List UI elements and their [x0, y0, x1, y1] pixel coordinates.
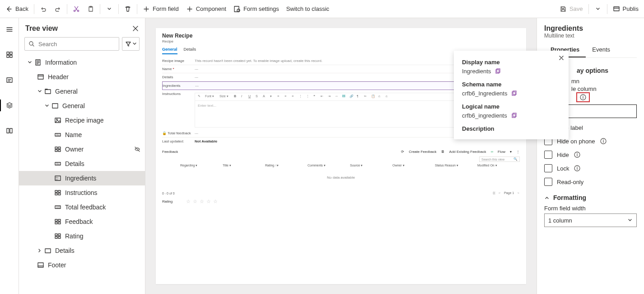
tree-node-label: Header — [48, 73, 69, 81]
back-button[interactable]: Back — [2, 2, 32, 16]
publish-icon — [613, 5, 620, 13]
form-title: New Recipe — [162, 33, 520, 39]
number-icon: 123 — [54, 204, 61, 211]
col-source[interactable]: Source ▾ — [350, 164, 392, 167]
chevron-down-icon — [44, 103, 50, 109]
copy-button[interactable] — [495, 68, 501, 75]
create-feedback-button[interactable]: Create Feedback — [409, 150, 436, 154]
tree-node-instructions[interactable]: Instructions — [19, 185, 145, 200]
tree-node-total-feedback[interactable]: 123 Total feedback — [19, 200, 145, 214]
tree-node-rating[interactable]: Rating — [19, 229, 145, 243]
separator — [118, 4, 119, 14]
copy-button[interactable] — [511, 113, 517, 119]
tree-node-footer[interactable]: Footer — [19, 258, 145, 272]
rail-text-button[interactable] — [2, 72, 17, 88]
cut-button[interactable] — [69, 2, 84, 16]
chevron-down-icon — [27, 60, 33, 65]
rail-tree-button[interactable] — [2, 98, 17, 113]
col-comments[interactable]: Comments ▾ — [308, 164, 350, 167]
paste-chevron-button[interactable] — [102, 2, 117, 16]
rail-library-button[interactable] — [2, 123, 17, 138]
copy-button[interactable] — [511, 90, 517, 97]
svg-text:Abc: Abc — [56, 162, 60, 165]
section-formatting[interactable]: Formatting — [544, 194, 637, 201]
tree-node-owner[interactable]: Owner — [19, 142, 145, 156]
tree-node-ingredients[interactable]: Abcdef Ingredients — [19, 171, 145, 185]
rating-stars[interactable]: ☆ ☆ ☆ ☆ ☆ — [186, 199, 218, 204]
page-info: 0 - 0 of 0 — [162, 192, 175, 195]
form-tab-general[interactable]: General — [162, 47, 177, 54]
svg-rect-43 — [58, 234, 61, 236]
tree-node-label: Total feedback — [65, 204, 106, 211]
tree-node-name[interactable]: Abc Name — [19, 128, 145, 142]
tree-close-button[interactable] — [132, 25, 139, 32]
popover-close-button[interactable] — [559, 55, 564, 61]
tree-filter-button[interactable] — [122, 37, 140, 51]
tree-search-input[interactable] — [37, 40, 115, 48]
undo-icon — [40, 5, 47, 13]
tree-node-general[interactable]: General — [19, 84, 145, 99]
col-status[interactable]: Status Reason ▾ — [435, 164, 477, 167]
tree-node-general-section[interactable]: General — [19, 99, 145, 113]
svg-rect-9 — [7, 55, 9, 57]
header-icon — [37, 73, 44, 81]
col-modified[interactable]: Modified On ▾ — [477, 164, 520, 167]
svg-rect-39 — [58, 219, 61, 221]
delete-button[interactable] — [121, 2, 135, 16]
tree-node-feedback[interactable]: Feedback — [19, 214, 145, 229]
form-tab-details[interactable]: Details — [184, 47, 196, 54]
rating-label: Rating — [162, 199, 173, 204]
feedback-search[interactable]: Search this view🔍 — [479, 156, 520, 162]
tree-node-label: Ingredients — [65, 175, 96, 182]
rail-menu-button[interactable] — [2, 22, 17, 37]
col-owner[interactable]: Owner ▾ — [392, 164, 435, 167]
props-width-select[interactable]: 1 column — [544, 213, 637, 227]
form-settings-button[interactable]: Form settings — [230, 2, 283, 16]
col-regarding[interactable]: Regarding ▾ — [180, 164, 223, 167]
more-button[interactable]: ⋮ — [516, 150, 520, 154]
switch-classic-button[interactable]: Switch to classic — [283, 2, 333, 16]
menu-icon — [6, 26, 13, 33]
tree-node-recipe-image[interactable]: Recipe image — [19, 113, 145, 128]
col-rating[interactable]: Rating ↑▾ — [265, 164, 308, 167]
rail-components-button[interactable] — [2, 47, 17, 62]
lookup-icon — [54, 146, 61, 153]
save-button[interactable]: Save — [556, 2, 587, 16]
svg-point-20 — [56, 119, 57, 120]
add-feedback-button[interactable]: Add Existing Feedback — [449, 150, 486, 154]
svg-rect-17 — [45, 90, 51, 94]
feedback-columns: Regarding ▾ Title ▾ Rating ↑▾ Comments ▾… — [162, 163, 520, 168]
chk-hide[interactable]: Hide — [544, 151, 637, 159]
tree-node-details-tab[interactable]: Details — [19, 243, 145, 258]
form-field-button[interactable]: Form field — [139, 2, 182, 16]
svg-rect-25 — [55, 150, 57, 152]
tree-node-information[interactable]: Information — [19, 55, 145, 70]
footer-icon — [37, 261, 44, 269]
tree-node-header[interactable]: Header — [19, 70, 145, 84]
popover-description-label: Description — [462, 125, 560, 132]
tree-search-box[interactable] — [24, 37, 119, 51]
multiline-icon: Abcdef — [54, 175, 61, 182]
tree-node-details[interactable]: Abc Details — [19, 156, 145, 171]
publish-button[interactable]: Publis — [609, 2, 642, 16]
popover-display-name-value: Ingredients — [462, 68, 491, 75]
chk-readonly[interactable]: Read-only — [544, 178, 637, 186]
tree-list: Information Header General General Recip… — [19, 55, 145, 294]
flow-button[interactable]: Flow — [498, 150, 505, 154]
add-feedback-icon[interactable]: 🗎 — [441, 150, 445, 154]
chk-lock[interactable]: Lock — [544, 164, 637, 172]
tree-node-label: Name — [65, 131, 82, 138]
component-button[interactable]: Component — [182, 2, 230, 16]
save-chevron-button[interactable] — [591, 2, 605, 16]
refresh-icon[interactable]: ⟳ — [401, 150, 404, 154]
col-title[interactable]: Title ▾ — [223, 164, 265, 167]
undo-button[interactable] — [36, 2, 51, 16]
command-bar: Back Form field Component Form settings … — [0, 0, 644, 18]
paste-button[interactable] — [84, 2, 98, 16]
redo-button[interactable] — [51, 2, 65, 16]
layers-icon — [6, 102, 13, 109]
svg-rect-7 — [7, 52, 9, 54]
field-value: --- — [195, 67, 198, 71]
props-tab-events[interactable]: Events — [586, 43, 616, 57]
popover-logical-name-label: Logical name — [462, 103, 560, 110]
